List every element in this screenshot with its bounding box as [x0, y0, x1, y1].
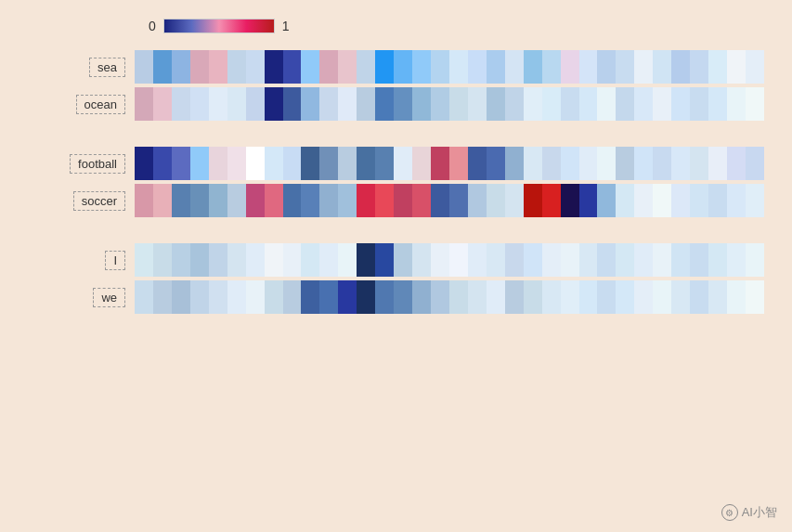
color-segment — [412, 280, 431, 314]
color-segment — [301, 147, 319, 180]
color-segment — [394, 280, 412, 314]
word-row-we: we — [28, 280, 764, 314]
watermark-text: AI小智 — [742, 504, 777, 521]
color-segment — [505, 184, 524, 217]
color-segment — [524, 243, 542, 277]
color-segment — [597, 50, 616, 84]
color-segment — [671, 87, 690, 121]
color-segment — [727, 50, 746, 84]
color-segment — [542, 147, 561, 180]
color-segment — [135, 147, 153, 180]
color-segment — [487, 280, 505, 314]
color-segment — [246, 280, 265, 314]
color-segment — [375, 280, 394, 314]
color-segment — [412, 87, 431, 121]
color-segment — [431, 184, 449, 217]
color-segment — [561, 280, 579, 314]
color-segment — [468, 280, 487, 314]
color-segment — [319, 87, 338, 121]
color-segment — [412, 50, 431, 84]
color-segment — [190, 87, 209, 121]
color-segment — [283, 184, 302, 217]
color-segment — [227, 184, 246, 217]
color-segment — [301, 243, 319, 277]
color-segment — [579, 147, 598, 180]
color-segment — [505, 50, 524, 84]
color-segment — [708, 50, 727, 84]
color-segment — [487, 243, 505, 277]
color-segment — [542, 50, 561, 84]
color-segment — [319, 280, 338, 314]
color-segment — [671, 147, 690, 180]
color-segment — [634, 50, 653, 84]
color-segment — [227, 147, 246, 180]
color-bar-sea — [135, 50, 764, 84]
color-segment — [616, 184, 634, 217]
color-segment — [449, 184, 468, 217]
color-segment — [579, 243, 598, 277]
color-segment — [246, 184, 265, 217]
word-row-sea: sea — [28, 50, 764, 84]
color-segment — [634, 184, 653, 217]
color-segment — [449, 50, 468, 84]
color-segment — [616, 243, 634, 277]
color-segment — [209, 184, 227, 217]
color-segment — [431, 50, 449, 84]
color-segment — [690, 243, 708, 277]
color-segment — [153, 147, 172, 180]
color-segment — [172, 243, 190, 277]
color-segment — [375, 184, 394, 217]
color-segment — [209, 147, 227, 180]
color-segment — [265, 243, 283, 277]
color-segment — [616, 50, 634, 84]
color-segment — [449, 243, 468, 277]
color-segment — [616, 280, 634, 314]
color-segment — [561, 184, 579, 217]
color-segment — [190, 184, 209, 217]
color-segment — [431, 243, 449, 277]
color-segment — [246, 147, 265, 180]
color-segment — [172, 50, 190, 84]
word-label-text-I: I — [105, 251, 125, 270]
legend: 0 1 — [149, 19, 290, 33]
color-segment — [319, 243, 338, 277]
color-segment — [172, 280, 190, 314]
color-segment — [468, 87, 487, 121]
color-segment — [135, 243, 153, 277]
color-segment — [708, 87, 727, 121]
color-segment — [690, 147, 708, 180]
color-segment — [542, 184, 561, 217]
color-segment — [597, 147, 616, 180]
color-segment — [135, 50, 153, 84]
color-segment — [487, 184, 505, 217]
color-segment — [338, 184, 357, 217]
color-segment — [708, 184, 727, 217]
color-segment — [209, 50, 227, 84]
color-segment — [227, 87, 246, 121]
color-segment — [338, 147, 357, 180]
color-segment — [690, 184, 708, 217]
word-group-i-we: Iwe — [28, 243, 764, 314]
color-segment — [338, 243, 357, 277]
color-segment — [357, 147, 375, 180]
color-segment — [227, 280, 246, 314]
color-segment — [265, 280, 283, 314]
color-segment — [727, 147, 746, 180]
color-segment — [671, 50, 690, 84]
color-segment — [172, 184, 190, 217]
color-segment — [301, 184, 319, 217]
color-segment — [524, 87, 542, 121]
color-segment — [153, 50, 172, 84]
color-segment — [579, 280, 598, 314]
color-segment — [524, 184, 542, 217]
color-bar-I — [135, 243, 764, 277]
color-segment — [671, 184, 690, 217]
color-segment — [671, 280, 690, 314]
color-segment — [727, 280, 746, 314]
color-segment — [746, 87, 764, 121]
color-segment — [227, 50, 246, 84]
color-segment — [579, 87, 598, 121]
color-segment — [727, 184, 746, 217]
color-segment — [431, 87, 449, 121]
color-segment — [338, 87, 357, 121]
